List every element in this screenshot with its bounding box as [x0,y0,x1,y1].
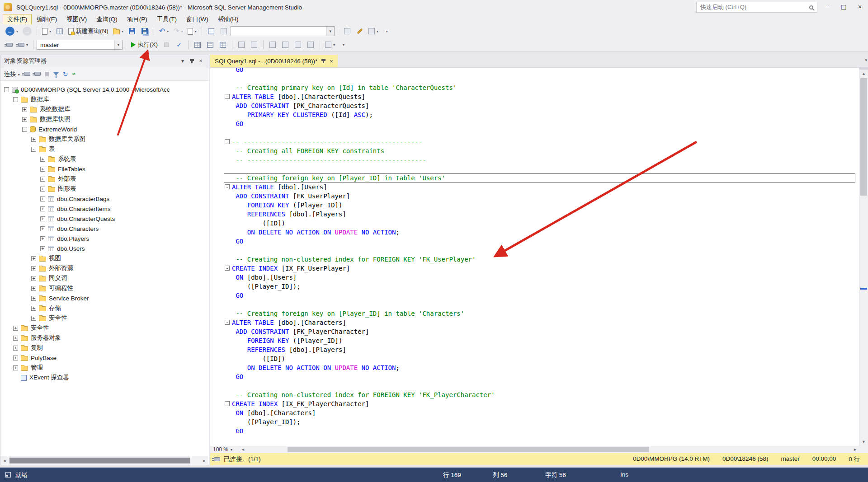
tree-item[interactable]: +图形表 [0,184,208,194]
tree-expander-icon[interactable]: + [40,216,45,221]
code-line[interactable] [210,164,859,173]
code-line[interactable]: --- ------------------------------------… [210,137,859,146]
code-line[interactable]: ON DELETE NO ACTION ON UPDATE NO ACTION; [210,363,859,372]
code-line[interactable]: -- Creating foreign key on [Player_ID] i… [210,309,859,318]
scroll-right-icon[interactable]: ► [851,446,859,453]
code-line[interactable]: -ALTER TABLE [dbo].[CharacterQuests] [210,92,859,101]
connect-dropdown-button[interactable]: 连接 ▾ [4,70,20,78]
tree-item[interactable]: +管理 [0,363,208,373]
code-line[interactable] [210,246,859,255]
tree-item[interactable]: +PolyBase [0,353,208,363]
open-file-button[interactable]: ▾ [111,26,125,37]
tree-item[interactable]: +系统表 [0,154,208,164]
tree-expander-icon[interactable]: + [40,177,45,182]
templates-button[interactable] [218,26,230,37]
tree-expander-icon[interactable]: + [31,306,36,311]
editor-hscrollbar[interactable] [247,446,851,453]
code-line[interactable]: ADD CONSTRAINT [PK_CharacterQuests] [210,101,859,110]
tree-item[interactable]: +存储 [0,303,208,313]
tree-item[interactable]: +dbo.Players [0,234,208,243]
tree-item[interactable]: +同义词 [0,273,208,283]
tree-expander-icon[interactable]: + [13,356,18,360]
new-query-button[interactable]: 新建查询(N) [66,26,110,37]
results-to-file-button[interactable] [217,39,229,50]
menu-item[interactable]: 窗口(W) [182,14,213,25]
tree-item[interactable]: +dbo.CharacterItems [0,204,208,214]
navigate-back-button[interactable]: ←▾ [4,26,20,37]
tree-item[interactable]: -数据库 [0,94,208,104]
tree-expander-icon[interactable]: + [40,206,45,211]
document-tab[interactable]: SQLQuery1.sql -...(0D00\18246 (58))* × [210,55,338,67]
menu-item[interactable]: 项目(P) [123,14,152,25]
code-line[interactable]: ADD CONSTRAINT [FK_PlayerCharacter] [210,327,859,336]
database-combobox[interactable]: master ▼ [37,40,123,50]
code-line[interactable] [210,74,859,83]
menu-item[interactable]: 文件(F) [3,14,32,25]
code-line[interactable]: GO [210,119,859,128]
tree-expander-icon[interactable]: + [31,286,36,291]
code-line[interactable]: REFERENCES [dbo].[Players] [210,345,859,354]
menu-item[interactable]: 查询(Q) [92,14,122,25]
tree-item[interactable]: -ExtremeWorld [0,124,208,134]
code-line[interactable]: ([ID]) [210,219,859,228]
connect-database-button[interactable] [4,39,15,50]
tree-expander-icon[interactable]: + [40,157,45,162]
stop-icon[interactable] [45,72,49,76]
panel-close-button[interactable]: × [196,56,205,66]
properties-button[interactable]: ▾ [367,26,380,37]
code-line[interactable]: GO [210,67,859,74]
tree-item[interactable]: +服务器对象 [0,333,208,343]
code-line[interactable]: FOREIGN KEY ([Player_ID]) [210,336,859,345]
code-line[interactable]: -- Creating all FOREIGN KEY constraints [210,146,859,155]
tree-item[interactable]: +视图 [0,253,208,263]
tree-expander-icon[interactable]: + [13,326,18,331]
redo-button[interactable]: ↷▾ [171,26,184,37]
undo-button[interactable]: ↶▾ [157,26,170,37]
tree-item[interactable]: +dbo.CharacterBags [0,194,208,204]
tree-item[interactable]: +dbo.Characters [0,224,208,234]
fold-collapse-icon[interactable]: - [225,139,230,144]
results-to-grid-button[interactable] [204,39,216,50]
database-combo-dropdown-icon[interactable]: ▼ [114,40,122,49]
code-line[interactable]: ON [dbo].[Characters] [210,408,859,417]
tree-expander-icon[interactable]: + [31,296,36,301]
tools-button[interactable] [354,26,366,37]
tree-expander-icon[interactable]: + [31,137,36,142]
tree-expander-icon[interactable]: + [40,187,45,192]
intellisense-button[interactable]: ▾ [323,39,337,50]
code-line[interactable]: GO [210,372,859,381]
editor-toolbar-options-button[interactable]: ▾ [338,39,349,50]
code-line[interactable]: -ALTER TABLE [dbo].[Users] [210,183,859,192]
tree-expander-icon[interactable]: + [40,236,45,241]
code-line[interactable] [210,128,859,137]
tree-expander-icon[interactable]: + [40,167,45,172]
code-line[interactable]: PRIMARY KEY CLUSTERED ([Id] ASC); [210,110,859,119]
tree-expander-icon[interactable]: + [40,197,45,201]
hscroll-thumb[interactable] [288,447,649,452]
tree-item[interactable]: +系统数据库 [0,104,208,114]
code-line[interactable]: -CREATE INDEX [IX_FK_UserPlayer] [210,264,859,273]
menu-item[interactable]: 视图(V) [62,14,91,25]
save-button[interactable] [126,26,138,37]
tree-item[interactable]: +外部资源 [0,263,208,273]
code-line[interactable]: -ALTER TABLE [dbo].[Characters] [210,318,859,327]
tree-expander-icon[interactable]: - [31,147,36,152]
fold-collapse-icon[interactable]: - [225,401,230,406]
quick-launch-input[interactable]: 快速启动 (Ctrl+Q) [696,2,817,13]
code-line[interactable] [210,381,859,390]
vscroll-thumb[interactable] [860,78,867,196]
uncomment-button[interactable] [279,39,291,50]
tree-item[interactable]: XEvent 探查器 [0,373,208,383]
scroll-left-icon[interactable]: ◄ [0,456,9,465]
fold-collapse-icon[interactable]: - [225,266,230,271]
zoom-control[interactable]: 100 % ▾ [210,446,239,453]
tree-expander-icon[interactable]: + [31,266,36,271]
code-line[interactable]: ([Player_ID]); [210,282,859,291]
scroll-up-icon[interactable]: ▲ [859,70,868,78]
code-line[interactable]: ([ID]) [210,354,859,363]
code-line[interactable]: GO [210,237,859,246]
close-button[interactable]: × [852,0,868,14]
scroll-right-icon[interactable]: ► [200,456,208,465]
tree-item[interactable]: +dbo.CharacterQuests [0,214,208,224]
panel-pin-button[interactable] [187,56,196,66]
